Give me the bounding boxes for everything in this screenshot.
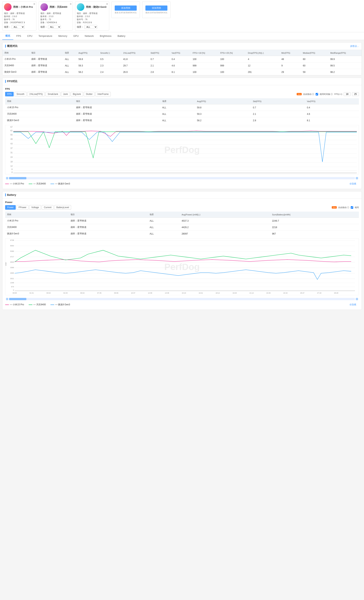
hide-all-battery[interactable]: 全隐藏 <box>349 303 359 306</box>
svg-text:04:33: 04:33 <box>63 292 67 294</box>
fps-tab-stutter[interactable]: Stutter <box>84 92 95 96</box>
svg-text:49: 49 <box>10 138 12 140</box>
tab-network[interactable]: Network <box>82 33 97 40</box>
fps-tab-jank[interactable]: Jank <box>61 92 70 96</box>
tab-overview[interactable]: 概览 <box>2 32 13 40</box>
sync-label: 相同时间轴 ⓘ <box>320 93 333 96</box>
tab-temperature[interactable]: Temperature <box>36 33 55 40</box>
tab-battery[interactable]: Battery <box>115 33 128 40</box>
close-device-3[interactable]: ✕ <box>106 2 108 6</box>
device-info-version-a-3: 版本前：2.5.0 <box>77 15 108 18</box>
bat-col-sum: Sum(Battery)[mWh] <box>270 212 359 218</box>
tab-fps[interactable]: FPS <box>13 33 24 40</box>
scroll-right-fps[interactable]: ⊞ <box>355 176 359 180</box>
add-card-1: 添加用例 最多支持5条用例同时对比 <box>111 1 140 18</box>
col-smooth: Smooth(↑) <box>98 50 121 56</box>
hide-all-fps[interactable]: 全隐藏 <box>349 182 359 185</box>
tab-gpu[interactable]: GPU <box>70 33 82 40</box>
device-card-1: 用例：小米15 Pro ✕ 项目：崩坏：星穹铁道 版本前：2.6.0 版本号：7… <box>2 1 36 30</box>
fps-input-1[interactable] <box>344 92 351 96</box>
battery-tab-current[interactable]: Current <box>42 205 54 210</box>
svg-text:2021: 2021 <box>10 278 14 280</box>
svg-text:mW: mW <box>5 262 7 266</box>
device-name-1: 用例：小米15 Pro <box>13 5 33 9</box>
scroll-left-fps[interactable]: ⊞ <box>5 176 9 180</box>
battery-tab-group: Power FPower Voltage Current BatteryLeve… <box>5 205 359 210</box>
svg-text:61: 61 <box>10 130 12 132</box>
svg-text:55: 55 <box>10 134 12 136</box>
tab-cpu[interactable]: CPU <box>24 33 35 40</box>
device-name-2: 用例：天玑9400 <box>49 5 67 9</box>
col-min: Min(FPS) <box>279 50 301 56</box>
battery-tab-power[interactable]: Power <box>5 205 16 210</box>
scroll-right-battery[interactable]: ⊞ <box>355 297 359 301</box>
scene-select-1[interactable]: ALL <box>12 25 25 29</box>
fps-tab-group: FPS Smooth 1%Low(FPS) SmallJank Jank Big… <box>5 92 359 96</box>
svg-text:00:00: 00:00 <box>12 292 17 294</box>
legend-bat-3: — 骁龙8 Gen3 <box>50 303 70 306</box>
fps-col-avg: Avg(FPS) <box>195 98 251 104</box>
close-device-1[interactable]: ✕ <box>33 2 36 6</box>
add-card-2: 添加用例 最多支持5条用例同时对比 <box>142 1 171 18</box>
svg-text:4043: 4043 <box>10 261 14 263</box>
add-case-button-2[interactable]: 添加用例 <box>146 6 167 11</box>
add-case-button-1[interactable]: 添加用例 <box>115 6 137 11</box>
svg-text:674: 674 <box>11 286 14 288</box>
battery-tab-level[interactable]: BatteryLevel <box>54 205 71 210</box>
svg-text:09:06: 09:06 <box>114 292 118 294</box>
fps-input-2[interactable] <box>352 92 359 96</box>
battery-section-header: Battery <box>2 191 362 198</box>
col-medrange: MedRange(FPS) <box>328 50 362 56</box>
svg-text:12: 12 <box>10 165 12 167</box>
bat-col-avg: Avg(Power) [mW](↓) <box>180 212 270 218</box>
legend-fps-2: — 天玑9400 <box>29 182 46 185</box>
fps-tab-low1[interactable]: 1%Low(FPS) <box>27 92 45 96</box>
svg-text:4717: 4717 <box>10 256 14 258</box>
overview-header: 概览对比 参数设... <box>2 43 362 50</box>
col-scene: 场景 <box>63 50 77 56</box>
new-badge-fps: New <box>297 93 302 95</box>
battery-tab-voltage[interactable]: Voltage <box>29 205 41 210</box>
add-hint-1: 最多支持5条用例同时对比 <box>115 11 137 14</box>
svg-text:6738: 6738 <box>10 239 14 241</box>
fps-tab-bigjank[interactable]: BigJank <box>71 92 83 96</box>
tab-brightness[interactable]: Brightness <box>97 33 115 40</box>
svg-text:3369: 3369 <box>10 267 14 269</box>
svg-text:5390: 5390 <box>10 250 14 252</box>
overview-table: 用例 项目 场景 Avg(FPS) Smooth(↑) 1%Low(FPS) S… <box>2 50 362 75</box>
avatar-3 <box>77 3 84 11</box>
fps-section-title: FPS对比 <box>5 80 18 83</box>
fps-tab-smalljank[interactable]: SmallJank <box>46 92 60 96</box>
svg-text:18: 18 <box>10 160 12 163</box>
fps-tab-interframe[interactable]: InterFrame <box>95 92 111 96</box>
svg-text:22:45: 22:45 <box>266 292 271 294</box>
battery-sync-checkbox[interactable] <box>351 206 353 209</box>
col-avg-fps: Avg(FPS) <box>77 50 98 56</box>
svg-text:67: 67 <box>10 126 12 128</box>
scroll-left-battery[interactable]: ⊞ <box>5 297 9 301</box>
fps-sub-title: FPS <box>5 87 359 90</box>
scene-select-2[interactable]: ALL <box>48 25 61 29</box>
table-row: 骁龙8 Gen3 崩坏：星穹铁道 ALL 58.2 2.4 26.9 2.8 8… <box>2 69 362 75</box>
tab-memory[interactable]: Memory <box>55 33 70 40</box>
svg-text:07:35: 07:35 <box>97 292 101 294</box>
col-name: 用例 <box>2 50 29 56</box>
close-device-2[interactable]: ✕ <box>70 2 72 6</box>
svg-text:0: 0 <box>13 289 14 291</box>
top-bar: 用例：小米15 Pro ✕ 项目：崩坏：星穹铁道 版本前：2.6.0 版本号：7… <box>0 0 364 32</box>
fps-tab-options: New 自由拖动 ⓘ 相同时间轴 ⓘ FPS(>=) <box>297 92 359 96</box>
scene-row-2: 场景： ALL <box>40 25 71 29</box>
scene-select-3[interactable]: ALL <box>84 25 97 29</box>
fps-tab-smooth[interactable]: Smooth <box>14 92 26 96</box>
fps-tab-fps[interactable]: FPS <box>5 92 14 96</box>
battery-scrollbar[interactable] <box>9 298 355 300</box>
battery-tab-fpower[interactable]: FPower <box>17 205 28 210</box>
sync-checkbox[interactable] <box>316 93 318 95</box>
svg-text:27:18: 27:18 <box>317 292 321 294</box>
table-row: 天玑9400 崩坏：星穹铁道 ALL 59.3 2.1 4.6 <box>5 111 359 117</box>
fps-chart-area: PerfDog 67 61 55 49 43 37 31 24 18 12 6 … <box>5 125 359 174</box>
battery-sub-section: Power Power FPower Voltage Current Batte… <box>2 198 362 310</box>
fps-scrollbar[interactable] <box>9 177 355 179</box>
params-link[interactable]: 参数设... <box>350 45 359 48</box>
svg-text:01:31: 01:31 <box>30 292 34 294</box>
